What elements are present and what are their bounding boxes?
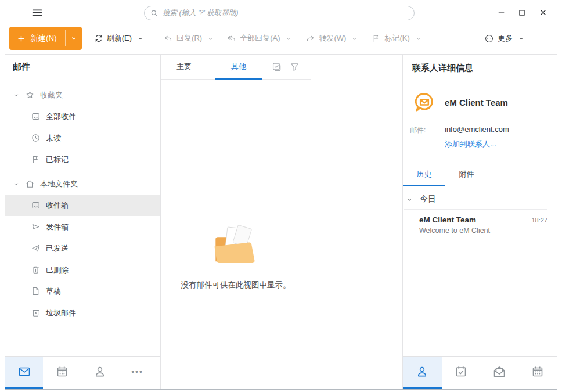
chevron-down-icon[interactable]	[351, 35, 358, 42]
sidebar-item-flagged[interactable]: 已标记	[5, 149, 160, 170]
emclient-window: 搜索 (输入 '?' 获取帮助) 新建(N)	[5, 2, 557, 390]
chevron-down-icon[interactable]	[518, 35, 524, 42]
search-input[interactable]: 搜索 (输入 '?' 获取帮助)	[144, 6, 415, 20]
clock-icon	[31, 133, 41, 143]
open-envelope-icon	[492, 365, 506, 379]
contact-name: eM Client Team	[445, 98, 508, 107]
more-button[interactable]: 更多	[484, 33, 524, 44]
calendar-icon	[55, 365, 69, 379]
contact-email: info@emclient.com	[445, 125, 557, 134]
empty-folder-icon	[210, 224, 262, 270]
tab-history[interactable]: 历史	[403, 164, 445, 186]
filter-icon[interactable]	[289, 62, 300, 73]
history-item-time: 18:27	[531, 217, 547, 224]
outbox-icon	[31, 222, 41, 232]
select-messages-icon[interactable]	[271, 62, 282, 73]
history-group-label: 今日	[420, 194, 436, 204]
new-button: 新建(N)	[9, 27, 82, 50]
home-icon	[25, 179, 35, 189]
local-folders-group[interactable]: 本地文件夹	[5, 173, 160, 195]
tab-attachments[interactable]: 附件	[445, 164, 488, 186]
refresh-icon	[94, 34, 103, 43]
draft-icon	[31, 286, 41, 296]
emclient-logo-icon	[413, 91, 435, 113]
module-tab-contacts[interactable]	[81, 357, 118, 389]
contact-panel-title: 联系人详细信息	[403, 63, 557, 74]
detail-tab-mail-history[interactable]	[480, 357, 518, 389]
reply-all-label: 全部回复(A)	[240, 33, 280, 44]
new-button-main[interactable]: 新建(N)	[9, 27, 65, 50]
reply-button[interactable]: 回复(R)	[163, 33, 214, 44]
favorites-label: 收藏夹	[40, 90, 63, 100]
chevron-down-icon[interactable]	[13, 92, 20, 98]
minimize-button[interactable]	[493, 5, 509, 20]
main-toolbar: 新建(N) 刷新(E) 回复(R)	[5, 23, 557, 55]
plus-icon	[17, 34, 26, 43]
person-icon	[93, 365, 107, 379]
sidebar-item-outbox[interactable]: 发件箱	[5, 216, 160, 238]
maximize-button[interactable]	[514, 5, 530, 20]
module-tab-calendar[interactable]	[43, 357, 81, 389]
star-icon	[25, 90, 35, 100]
flag-label: 标记(K)	[384, 33, 409, 44]
history-group-today[interactable]: 今日	[406, 194, 557, 204]
history-item-subject: Welcome to eM Client	[419, 226, 547, 235]
reply-all-button[interactable]: 全部回复(A)	[226, 33, 291, 44]
sidebar-item-trash[interactable]: 已删除	[5, 259, 160, 280]
sidebar-title: 邮件	[5, 62, 160, 73]
refresh-button[interactable]: 刷新(E)	[94, 33, 143, 44]
sidebar-item-junk[interactable]: 垃圾邮件	[5, 302, 160, 323]
tab-other[interactable]: 其他	[228, 55, 249, 79]
window-controls	[493, 2, 551, 23]
flag-icon	[31, 154, 41, 164]
folder-tree: 邮件 收藏夹 全部收件	[5, 55, 160, 356]
empty-state: 没有邮件可供在此视图中显示。	[161, 80, 311, 389]
sidebar-item-inbox[interactable]: 收件箱	[5, 195, 160, 216]
reply-icon	[163, 34, 173, 44]
detail-tab-agenda[interactable]	[442, 357, 480, 389]
content-area: 邮件 收藏夹 全部收件	[5, 55, 557, 389]
history-item[interactable]: eM Client Team 18:27 Welcome to eM Clien…	[419, 215, 547, 235]
trash-icon	[31, 265, 41, 275]
favorites-group[interactable]: 收藏夹	[5, 84, 160, 106]
inbox-tray-icon	[31, 112, 41, 121]
search-placeholder: 搜索 (输入 '?' 获取帮助)	[163, 8, 238, 18]
flag-button[interactable]: 标记(K)	[372, 33, 421, 44]
message-list-column: 主要 其他	[161, 55, 311, 389]
contact-panel-tabs: 历史 附件	[403, 164, 557, 186]
empty-state-text: 没有邮件可供在此视图中显示。	[181, 280, 291, 290]
chevron-down-icon[interactable]	[207, 35, 214, 42]
module-tab-mail[interactable]	[5, 357, 43, 389]
calendar-icon	[531, 365, 545, 379]
forward-button[interactable]: 转发(W)	[305, 33, 358, 44]
chevron-down-icon[interactable]	[415, 35, 422, 42]
junk-icon	[31, 308, 41, 318]
more-circle-icon	[484, 34, 494, 44]
detail-tab-contact[interactable]	[403, 357, 442, 389]
sidebar-item-drafts[interactable]: 草稿	[5, 280, 160, 302]
history-divider	[404, 209, 547, 210]
sidebar-item-all-inboxes[interactable]: 全部收件	[5, 106, 160, 127]
chevron-down-icon[interactable]	[13, 181, 20, 187]
detail-tab-calendar[interactable]	[518, 357, 557, 389]
module-tab-more[interactable]: •••	[118, 357, 156, 389]
chevron-down-icon[interactable]	[137, 35, 143, 42]
reply-label: 回复(R)	[176, 33, 202, 44]
chevron-down-icon[interactable]	[285, 35, 291, 42]
add-to-contacts-link[interactable]: 添加到联系人...	[445, 139, 557, 149]
local-folders-label: 本地文件夹	[40, 179, 78, 189]
module-bar-right	[403, 356, 557, 389]
folder-sidebar: 邮件 收藏夹 全部收件	[5, 55, 161, 389]
forward-icon	[305, 34, 315, 44]
close-button[interactable]	[535, 5, 551, 20]
menu-hamburger-icon[interactable]	[28, 6, 46, 20]
chevron-down-icon[interactable]	[406, 196, 413, 203]
sidebar-item-sent[interactable]: 已发送	[5, 238, 160, 259]
inbox-tray-icon	[31, 200, 41, 210]
forward-label: 转发(W)	[319, 33, 346, 44]
task-check-icon	[454, 365, 468, 379]
new-dropdown-button[interactable]	[66, 27, 82, 50]
tab-primary[interactable]: 主要	[174, 55, 194, 79]
sidebar-item-unread[interactable]: 未读	[5, 127, 160, 149]
mail-envelope-icon	[17, 365, 31, 379]
